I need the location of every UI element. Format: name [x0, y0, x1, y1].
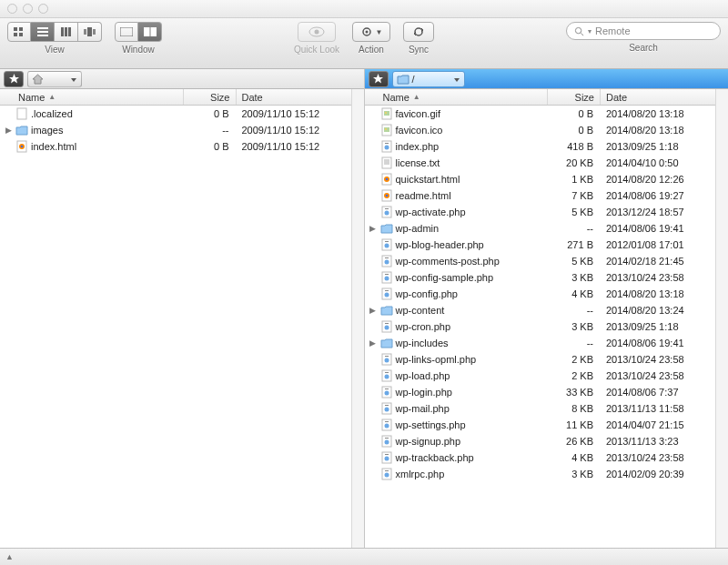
file-icon [380, 107, 393, 120]
file-name: wp-activate.php [396, 207, 466, 217]
file-row[interactable]: .localized0 B2009/11/10 15:12 [0, 106, 351, 122]
file-row[interactable]: wp-login.php33 KB2014/08/06 7:37 [365, 384, 716, 400]
file-date: 2013/10/24 23:58 [601, 354, 715, 365]
left-scrollbar[interactable] [351, 89, 364, 548]
file-row[interactable]: wp-trackback.php4 KB2013/10/24 23:58 [365, 449, 716, 466]
favorites-button[interactable] [4, 71, 24, 87]
svg-rect-1 [19, 27, 23, 31]
folder-icon [380, 337, 393, 349]
col-date-header[interactable]: Date [601, 89, 715, 105]
file-row[interactable]: wp-mail.php8 KB2013/11/13 11:58 [365, 400, 716, 417]
file-row[interactable]: wp-cron.php3 KB2013/09/25 1:18 [365, 318, 716, 335]
disclosure-triangle[interactable]: ▶ [369, 338, 378, 348]
file-row[interactable]: wp-links-opml.php2 KB2013/10/24 23:58 [365, 351, 716, 368]
svg-point-44 [385, 195, 388, 197]
file-size: 5 KB [548, 256, 601, 267]
left-path-chip[interactable] [27, 71, 82, 87]
file-row[interactable]: wp-settings.php11 KB2014/04/07 21:15 [365, 417, 716, 433]
folder-row[interactable]: ▶images--2009/11/10 15:12 [0, 122, 351, 138]
svg-rect-11 [87, 27, 92, 36]
folder-icon [380, 304, 393, 317]
file-row[interactable]: index.html0 B2009/11/10 15:12 [0, 138, 351, 155]
file-name: license.txt [396, 157, 440, 168]
svg-point-55 [384, 277, 389, 281]
svg-point-70 [384, 391, 389, 396]
right-file-list[interactable]: favicon.gif0 B2014/08/20 13:18favicon.ic… [365, 106, 716, 548]
file-row[interactable]: wp-comments-post.php5 KB2014/02/18 21:45 [365, 253, 716, 269]
file-icon [380, 419, 393, 431]
file-date: 2014/08/20 13:18 [601, 288, 715, 299]
quicklook-group: Quick Look [294, 22, 339, 55]
file-name: wp-config-sample.php [396, 272, 494, 283]
file-size: 0 B [548, 125, 601, 136]
action-button[interactable]: ▼ [352, 22, 390, 42]
minimize-window-button[interactable] [23, 4, 33, 14]
file-row[interactable]: wp-blog-header.php271 B2012/01/08 17:01 [365, 237, 716, 253]
file-row[interactable]: favicon.ico0 B2014/08/20 13:18 [365, 122, 716, 138]
file-date: 2014/04/10 0:50 [601, 157, 715, 168]
file-row[interactable]: license.txt20 KB2014/04/10 0:50 [365, 155, 716, 171]
close-window-button[interactable] [7, 4, 17, 14]
quicklook-button[interactable] [298, 22, 336, 42]
file-row[interactable]: wp-config-sample.php3 KB2013/10/24 23:58 [365, 269, 716, 286]
search-icon [574, 26, 584, 36]
svg-point-61 [384, 326, 389, 330]
right-path-chip[interactable]: / [392, 71, 465, 87]
col-size-header[interactable]: Size [184, 89, 237, 105]
folder-row[interactable]: ▶wp-content--2014/08/20 13:24 [365, 302, 716, 318]
svg-rect-56 [385, 274, 389, 275]
file-row[interactable]: wp-config.php4 KB2014/08/20 13:18 [365, 286, 716, 302]
file-row[interactable]: wp-activate.php5 KB2013/12/24 18:57 [365, 204, 716, 220]
file-row[interactable]: index.php418 B2013/09/25 1:18 [365, 138, 716, 155]
svg-rect-35 [382, 157, 391, 168]
file-size: 4 KB [548, 452, 601, 463]
zoom-window-button[interactable] [38, 4, 48, 14]
view-columns-button[interactable] [55, 22, 78, 42]
sync-button[interactable] [403, 22, 434, 42]
svg-point-20 [575, 27, 581, 33]
file-row[interactable]: wp-signup.php26 KB2013/11/13 3:23 [365, 433, 716, 449]
col-size-header[interactable]: Size [548, 89, 601, 105]
right-scrollbar[interactable] [715, 89, 728, 548]
svg-rect-2 [14, 33, 17, 36]
file-name: quickstart.html [396, 174, 460, 185]
folder-row[interactable]: ▶wp-includes--2014/08/06 19:41 [365, 335, 716, 351]
search-input[interactable]: ▾ Remote [566, 22, 721, 40]
file-row[interactable]: wp-load.php2 KB2013/10/24 23:58 [365, 368, 716, 384]
disclosure-triangle[interactable]: ▶ [4, 126, 13, 135]
left-file-list[interactable]: .localized0 B2009/11/10 15:12▶images--20… [0, 106, 351, 548]
window-dual-button[interactable] [138, 22, 162, 42]
file-row[interactable]: quickstart.html1 KB2014/08/20 12:26 [365, 171, 716, 187]
file-row[interactable]: readme.html7 KB2014/08/06 19:27 [365, 187, 716, 204]
file-date: 2014/08/06 19:41 [601, 338, 715, 348]
svg-rect-80 [385, 438, 389, 439]
file-date: 2009/11/10 15:12 [237, 108, 351, 119]
window-single-button[interactable] [115, 22, 138, 42]
view-list-button[interactable] [31, 22, 55, 42]
file-size: 11 KB [548, 419, 601, 430]
view-icons-button[interactable] [7, 22, 31, 42]
file-date: 2013/10/24 23:58 [601, 370, 715, 381]
view-coverflow-button[interactable] [78, 22, 102, 42]
svg-rect-6 [37, 35, 48, 36]
file-row[interactable]: xmlrpc.php3 KB2014/02/09 20:39 [365, 466, 716, 482]
svg-rect-0 [14, 27, 17, 31]
disclosure-triangle[interactable]: ▶ [369, 306, 378, 315]
file-name: wp-mail.php [396, 403, 450, 414]
col-date-header[interactable]: Date [237, 89, 351, 105]
favorites-button[interactable] [369, 71, 389, 87]
file-name: favicon.gif [396, 108, 441, 119]
col-name-header[interactable]: Name▲ [365, 89, 549, 105]
col-name-header[interactable]: Name▲ [0, 89, 184, 105]
svg-rect-27 [384, 111, 389, 116]
file-icon [380, 255, 393, 267]
folder-row[interactable]: ▶wp-admin--2014/08/06 19:41 [365, 220, 716, 237]
svg-point-76 [384, 424, 389, 429]
file-size: 4 KB [548, 288, 601, 299]
file-date: 2014/08/20 13:18 [601, 125, 715, 136]
svg-rect-83 [385, 454, 389, 455]
svg-rect-14 [144, 27, 149, 36]
file-row[interactable]: favicon.gif0 B2014/08/20 13:18 [365, 106, 716, 122]
disclosure-triangle[interactable]: ▶ [369, 224, 378, 233]
status-disclosure-button[interactable]: ▲ [5, 552, 14, 561]
